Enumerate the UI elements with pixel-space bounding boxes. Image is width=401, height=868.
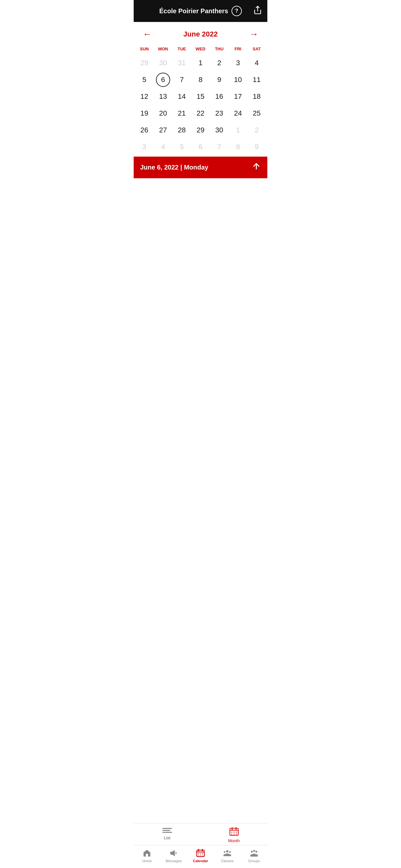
calendar-day[interactable]: 8 (191, 71, 210, 88)
calendar-day[interactable]: 22 (191, 105, 210, 122)
calendar-day[interactable]: 2 (210, 55, 228, 71)
calendar-day[interactable]: 20 (154, 105, 173, 122)
calendar-day[interactable]: 30 (154, 55, 173, 71)
calendar-day[interactable]: 7 (173, 71, 191, 88)
calendar-day[interactable]: 29 (191, 122, 210, 138)
svg-point-7 (234, 832, 235, 833)
classes-icon (223, 848, 232, 858)
calendar-day[interactable]: 4 (154, 138, 173, 155)
calendar-day[interactable]: 30 (210, 122, 228, 138)
calendar-day[interactable]: 25 (247, 105, 266, 122)
view-toggle: List Month (134, 823, 267, 845)
day-headers: SUN MON TUE WED THU FRI SAT (134, 44, 267, 55)
day-header-wed: WED (191, 44, 210, 55)
svg-point-28 (226, 850, 228, 852)
calendar-day-today[interactable]: 6 (154, 71, 173, 88)
prev-month-button[interactable]: ← (140, 28, 154, 41)
messages-icon (169, 848, 178, 858)
calendar-label: Calendar (193, 859, 208, 863)
calendar-day[interactable]: 5 (135, 71, 154, 88)
calendar-day[interactable]: 7 (210, 138, 228, 155)
calendar-day[interactable]: 28 (173, 122, 191, 138)
calendar-day[interactable]: 9 (210, 71, 228, 88)
svg-point-22 (198, 853, 199, 854)
calendar-day[interactable]: 3 (228, 55, 247, 71)
svg-point-27 (202, 855, 203, 856)
calendar-day[interactable]: 11 (247, 71, 266, 88)
calendar-day[interactable]: 29 (135, 55, 154, 71)
svg-point-32 (253, 850, 255, 852)
svg-point-24 (202, 853, 203, 854)
month-view-toggle[interactable]: Month (201, 827, 267, 843)
month-icon (229, 827, 239, 837)
svg-point-23 (200, 853, 201, 854)
calendar-day[interactable]: 27 (154, 122, 173, 138)
month-label: Month (228, 838, 240, 843)
calendar-day[interactable]: 14 (173, 88, 191, 105)
day-header-sun: SUN (135, 44, 154, 55)
month-title: June 2022 (183, 30, 218, 38)
calendar-day[interactable]: 16 (210, 88, 228, 105)
calendar-day[interactable]: 2 (247, 122, 266, 138)
calendar-day[interactable]: 8 (228, 138, 247, 155)
day-header-mon: MON (154, 44, 173, 55)
selected-date-banner[interactable]: June 6, 2022 | Monday (134, 157, 267, 178)
nav-item-home[interactable]: Home (137, 848, 157, 863)
share-icon[interactable] (253, 5, 262, 17)
calendar-icon (196, 848, 205, 858)
svg-point-11 (236, 834, 237, 835)
calendar-day[interactable]: 13 (154, 88, 173, 105)
svg-point-33 (255, 850, 257, 852)
calendar-day[interactable]: 15 (191, 88, 210, 105)
app-title: École Poirier Panthers (159, 7, 228, 15)
calendar-day[interactable]: 24 (228, 105, 247, 122)
calendar-day[interactable]: 6 (191, 138, 210, 155)
svg-point-26 (200, 855, 201, 856)
nav-item-messages[interactable]: Messages (164, 848, 183, 863)
nav-item-classes[interactable]: Classes (218, 848, 237, 863)
calendar-day[interactable]: 17 (228, 88, 247, 105)
nav-item-calendar[interactable]: Calendar (191, 848, 210, 863)
day-header-fri: FRI (228, 44, 247, 55)
help-icon[interactable]: ? (232, 6, 242, 16)
svg-point-31 (251, 850, 253, 852)
calendar-day[interactable]: 31 (173, 55, 191, 71)
calendar-day[interactable]: 10 (228, 71, 247, 88)
calendar-day[interactable]: 21 (173, 105, 191, 122)
svg-point-9 (231, 834, 232, 835)
next-month-button[interactable]: → (247, 28, 261, 41)
svg-rect-14 (146, 854, 148, 857)
calendar-day[interactable]: 1 (191, 55, 210, 71)
calendar-day[interactable]: 4 (247, 55, 266, 71)
calendar-day[interactable]: 19 (135, 105, 154, 122)
svg-point-30 (229, 851, 230, 853)
groups-label: Groups (248, 859, 260, 863)
home-icon (143, 848, 151, 858)
selected-date-text: June 6, 2022 | Monday (140, 164, 208, 171)
calendar-day[interactable]: 12 (135, 88, 154, 105)
svg-point-10 (234, 834, 235, 835)
messages-label: Messages (166, 859, 182, 863)
calendar-container: ← June 2022 → SUN MON TUE WED THU FRI SA… (134, 22, 267, 501)
day-header-thu: THU (210, 44, 228, 55)
calendar-day[interactable]: 1 (228, 122, 247, 138)
calendar-day[interactable]: 9 (247, 138, 266, 155)
calendar-day[interactable]: 26 (135, 122, 154, 138)
calendar-day[interactable]: 5 (173, 138, 191, 155)
svg-point-25 (198, 855, 199, 856)
list-icon (162, 827, 172, 834)
nav-item-groups[interactable]: Groups (244, 848, 264, 863)
svg-point-15 (146, 850, 148, 852)
calendar-day[interactable]: 18 (247, 88, 266, 105)
svg-point-6 (231, 832, 232, 833)
day-header-sat: SAT (247, 44, 266, 55)
calendar-day[interactable]: 23 (210, 105, 228, 122)
svg-point-29 (224, 851, 225, 853)
app-header: École Poirier Panthers ? (134, 0, 267, 22)
calendar-day[interactable]: 3 (135, 138, 154, 155)
list-view-toggle[interactable]: List (134, 827, 201, 843)
bottom-navigation: Home Messages Calendar (134, 845, 267, 868)
month-nav: ← June 2022 → (134, 22, 267, 44)
scroll-up-button[interactable] (252, 162, 261, 173)
calendar-grid: 29 30 31 1 2 3 4 5 6 7 8 9 10 11 12 13 1… (134, 55, 267, 155)
